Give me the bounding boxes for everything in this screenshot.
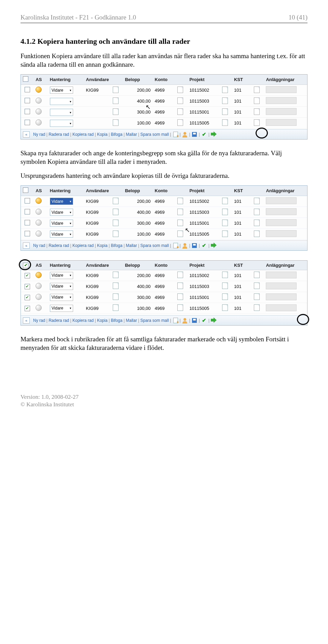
lookup-icon[interactable] [113, 231, 119, 237]
back-button[interactable]: « [23, 131, 30, 137]
menubar-link[interactable]: Radera rad [49, 318, 69, 323]
user-icon[interactable] [182, 318, 188, 324]
lookup-icon[interactable] [254, 220, 260, 226]
user-icon[interactable] [182, 132, 188, 137]
lookup-icon[interactable] [254, 198, 260, 204]
menubar-link[interactable]: Kopiera rad [72, 132, 94, 137]
lookup-icon[interactable] [254, 231, 260, 237]
hantering-select[interactable]: ▾ [50, 120, 73, 127]
lookup-icon[interactable] [254, 209, 260, 215]
lookup-icon[interactable] [177, 119, 183, 126]
lookup-icon[interactable] [177, 97, 183, 104]
lookup-icon[interactable] [254, 272, 260, 278]
lookup-icon[interactable] [177, 220, 183, 226]
row-checkbox[interactable] [25, 231, 30, 236]
menubar-link[interactable]: Kopia [97, 132, 108, 137]
lookup-icon[interactable] [222, 282, 228, 289]
hantering-select[interactable]: Vidare▾ [50, 305, 73, 312]
menubar-link[interactable]: Kopiera rad [72, 243, 94, 248]
user-icon[interactable] [182, 243, 188, 249]
lookup-icon[interactable] [222, 198, 228, 204]
hantering-select[interactable]: Vidare▾ [50, 87, 73, 94]
lookup-icon[interactable] [113, 304, 119, 311]
save-icon[interactable] [192, 132, 197, 137]
hantering-select[interactable]: Vidare▾ [50, 272, 73, 279]
lookup-icon[interactable] [113, 209, 119, 215]
lookup-icon[interactable] [113, 293, 119, 300]
menubar-link[interactable]: Ny rad [33, 243, 45, 248]
menubar-link[interactable]: Kopia [97, 243, 108, 248]
row-checkbox[interactable] [25, 98, 30, 103]
hantering-select[interactable]: ▾ [50, 109, 73, 116]
lookup-icon[interactable] [222, 97, 228, 104]
lookup-icon[interactable] [222, 272, 228, 278]
lookup-icon[interactable] [254, 304, 260, 311]
lookup-icon[interactable] [113, 97, 119, 104]
forward-arrow-icon[interactable] [211, 243, 217, 249]
save-icon[interactable] [192, 318, 197, 324]
forward-arrow-icon[interactable] [211, 132, 217, 137]
menubar-link[interactable]: Bifoga [111, 243, 122, 248]
row-checkbox[interactable] [25, 109, 30, 114]
check-icon[interactable]: ✔ [201, 318, 207, 324]
menubar-link[interactable]: Spara som mall [140, 318, 169, 323]
copy-user-icon[interactable] [173, 318, 178, 324]
lookup-icon[interactable] [177, 272, 183, 278]
menubar-link[interactable]: Radera rad [49, 132, 69, 137]
copy-user-icon[interactable] [173, 132, 178, 137]
menubar-link[interactable]: Bifoga [111, 132, 122, 137]
lookup-icon[interactable] [177, 198, 183, 204]
menubar-link[interactable]: Mallar [126, 318, 137, 323]
menubar-link[interactable]: Spara som mall [140, 243, 169, 248]
menubar-link[interactable]: Bifoga [111, 318, 122, 323]
menubar-link[interactable]: Kopiera rad [72, 318, 94, 323]
lookup-icon[interactable] [113, 220, 119, 226]
lookup-icon[interactable] [113, 87, 119, 93]
row-checkbox[interactable] [25, 198, 30, 203]
row-checkbox[interactable] [25, 220, 30, 225]
lookup-icon[interactable] [254, 87, 260, 93]
hantering-select[interactable]: Vidare▾ [50, 198, 73, 205]
lookup-icon[interactable] [113, 282, 119, 289]
row-checkbox[interactable] [25, 87, 30, 92]
lookup-icon[interactable] [222, 108, 228, 115]
hantering-select[interactable]: Vidare▾ [50, 283, 73, 290]
menubar-link[interactable]: Kopia [97, 318, 108, 323]
lookup-icon[interactable] [113, 272, 119, 278]
save-icon[interactable] [192, 243, 197, 249]
menubar-link[interactable]: Radera rad [49, 243, 69, 248]
lookup-icon[interactable] [254, 108, 260, 115]
check-icon[interactable]: ✔ [201, 132, 207, 137]
lookup-icon[interactable] [222, 220, 228, 226]
row-checkbox[interactable]: ✔ [25, 284, 30, 289]
hantering-select[interactable]: Vidare▾ [50, 209, 73, 216]
lookup-icon[interactable] [222, 119, 228, 126]
select-all-checkbox[interactable]: ✔ [23, 263, 28, 268]
copy-user-icon[interactable] [173, 243, 178, 249]
lookup-icon[interactable] [254, 97, 260, 104]
lookup-icon[interactable] [177, 87, 183, 93]
back-button[interactable]: « [23, 242, 30, 249]
menubar-link[interactable]: Ny rad [33, 132, 45, 137]
lookup-icon[interactable] [177, 304, 183, 311]
row-checkbox[interactable] [25, 209, 30, 214]
lookup-icon[interactable] [222, 87, 228, 93]
row-checkbox[interactable] [25, 120, 30, 125]
lookup-icon[interactable] [222, 293, 228, 300]
lookup-icon[interactable] [177, 293, 183, 300]
lookup-icon[interactable] [177, 231, 183, 237]
lookup-icon[interactable] [113, 119, 119, 126]
hantering-select[interactable]: Vidare▾ [50, 231, 73, 238]
lookup-icon[interactable] [113, 198, 119, 204]
menubar-link[interactable]: Ny rad [33, 318, 45, 323]
lookup-icon[interactable] [177, 108, 183, 115]
row-checkbox[interactable]: ✔ [25, 306, 30, 311]
menubar-link[interactable]: Mallar [126, 243, 137, 248]
lookup-icon[interactable] [113, 108, 119, 115]
lookup-icon[interactable] [222, 209, 228, 215]
hantering-select[interactable]: Vidare▾ [50, 294, 73, 301]
lookup-icon[interactable] [254, 293, 260, 300]
lookup-icon[interactable] [254, 282, 260, 289]
check-icon[interactable]: ✔ [201, 243, 207, 249]
lookup-icon[interactable] [254, 119, 260, 126]
